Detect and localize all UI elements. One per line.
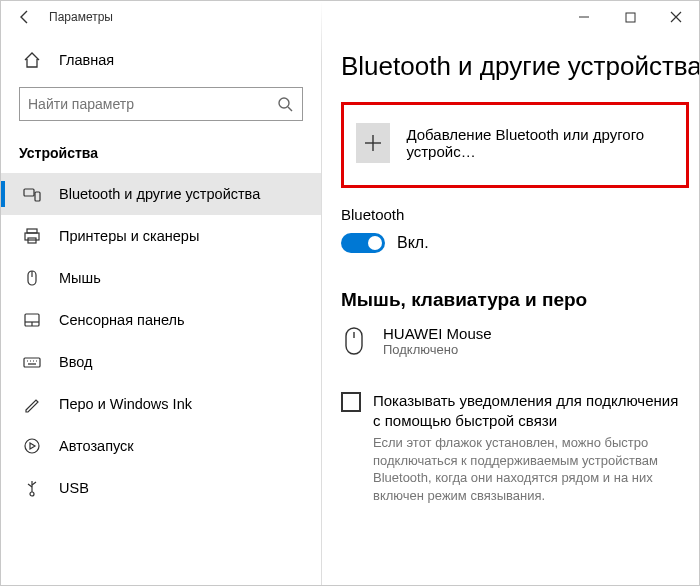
page-title: Bluetooth и другие устройства <box>341 51 689 82</box>
svg-rect-1 <box>626 13 635 22</box>
divider <box>321 1 322 585</box>
sidebar-item-label: Bluetooth и другие устройства <box>59 186 260 202</box>
bluetooth-state: Вкл. <box>397 234 429 252</box>
home-label: Главная <box>59 52 114 68</box>
sidebar-item-usb[interactable]: USB <box>1 467 321 509</box>
sidebar-item-bluetooth[interactable]: Bluetooth и другие устройства <box>1 173 321 215</box>
svg-point-2 <box>279 98 289 108</box>
keyboard-icon <box>23 353 41 371</box>
printer-icon <box>23 227 41 245</box>
sidebar-item-label: USB <box>59 480 89 496</box>
sidebar-item-label: Мышь <box>59 270 101 286</box>
main-panel: Bluetooth и другие устройства Добавление… <box>321 33 699 585</box>
swift-pair-label: Показывать уведомления для подключения с… <box>373 391 689 430</box>
back-button[interactable] <box>1 1 49 33</box>
close-button[interactable] <box>653 1 699 33</box>
sidebar-item-printers[interactable]: Принтеры и сканеры <box>1 215 321 257</box>
bluetooth-devices-icon <box>23 185 41 203</box>
home-icon <box>23 51 41 69</box>
touchpad-icon <box>23 311 41 329</box>
add-device-label: Добавление Bluetooth или другого устройс… <box>406 126 674 160</box>
usb-icon <box>23 479 41 497</box>
svg-rect-5 <box>35 192 40 201</box>
sidebar-item-touchpad[interactable]: Сенсорная панель <box>1 299 321 341</box>
svg-line-3 <box>288 107 292 111</box>
category-heading: Устройства <box>1 131 321 173</box>
sidebar-item-label: Перо и Windows Ink <box>59 396 192 412</box>
bluetooth-label: Bluetooth <box>341 206 689 223</box>
sidebar-item-label: Ввод <box>59 354 92 370</box>
svg-rect-4 <box>24 189 34 196</box>
sidebar-item-autoplay[interactable]: Автозапуск <box>1 425 321 467</box>
sidebar-item-label: Автозапуск <box>59 438 134 454</box>
sidebar-item-typing[interactable]: Ввод <box>1 341 321 383</box>
sidebar-item-label: Сенсорная панель <box>59 312 185 328</box>
svg-point-20 <box>25 439 39 453</box>
maximize-button[interactable] <box>607 1 653 33</box>
svg-rect-25 <box>346 328 362 354</box>
device-item[interactable]: HUAWEI Mouse Подключено <box>341 325 689 357</box>
device-status: Подключено <box>383 342 492 357</box>
mouse-device-icon <box>341 325 367 357</box>
mouse-icon <box>23 269 41 287</box>
bluetooth-toggle[interactable] <box>341 233 385 253</box>
swift-pair-help: Если этот флажок установлен, можно быстр… <box>373 434 689 504</box>
sidebar-item-pen[interactable]: Перо и Windows Ink <box>1 383 321 425</box>
device-name: HUAWEI Mouse <box>383 325 492 342</box>
title-bar: Параметры <box>1 1 699 33</box>
plus-icon <box>356 123 390 163</box>
svg-point-21 <box>30 492 34 496</box>
home-link[interactable]: Главная <box>1 41 321 83</box>
svg-rect-6 <box>27 229 37 233</box>
search-icon <box>276 95 294 113</box>
search-input[interactable] <box>28 94 276 114</box>
sidebar-item-label: Принтеры и сканеры <box>59 228 199 244</box>
minimize-button[interactable] <box>561 1 607 33</box>
search-box[interactable] <box>19 87 303 121</box>
add-device-button[interactable]: Добавление Bluetooth или другого устройс… <box>341 102 689 188</box>
svg-rect-7 <box>25 233 39 240</box>
window-title: Параметры <box>49 10 113 24</box>
pen-icon <box>23 395 41 413</box>
sidebar-item-mouse[interactable]: Мышь <box>1 257 321 299</box>
section-heading: Мышь, клавиатура и перо <box>341 289 689 311</box>
autoplay-icon <box>23 437 41 455</box>
sidebar: Главная Устройства Bluetooth и другие ус… <box>1 33 321 585</box>
svg-rect-14 <box>24 358 40 367</box>
swift-pair-checkbox[interactable] <box>341 392 361 412</box>
